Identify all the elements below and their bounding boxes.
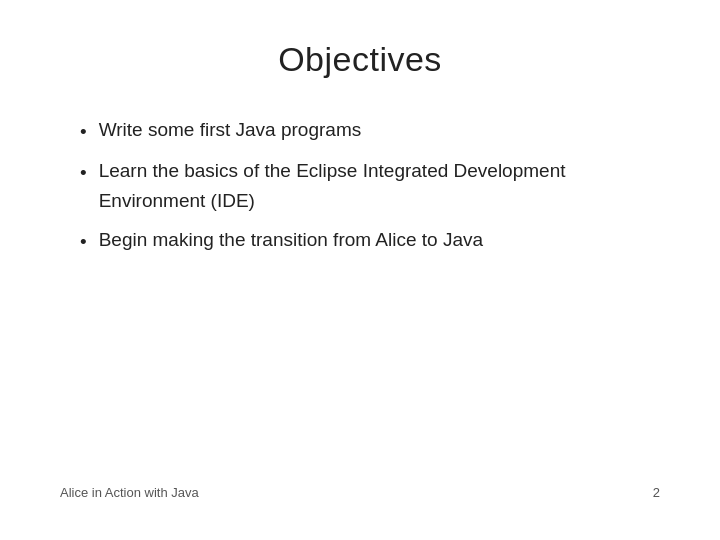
bullet-dot-1: • <box>80 117 87 146</box>
slide: Objectives • Write some first Java progr… <box>0 0 720 540</box>
bullet-dot-3: • <box>80 227 87 256</box>
bullet-dot-2: • <box>80 158 87 187</box>
bullet-item-1: • Write some first Java programs <box>80 115 660 146</box>
slide-footer: Alice in Action with Java 2 <box>60 475 660 500</box>
bullet-item-3: • Begin making the transition from Alice… <box>80 225 660 256</box>
bullet-text-2: Learn the basics of the Eclipse Integrat… <box>99 156 660 215</box>
bullet-item-2: • Learn the basics of the Eclipse Integr… <box>80 156 660 215</box>
footer-page-number: 2 <box>653 485 660 500</box>
bullet-text-1: Write some first Java programs <box>99 115 660 144</box>
footer-left-text: Alice in Action with Java <box>60 485 199 500</box>
slide-content: • Write some first Java programs • Learn… <box>60 115 660 475</box>
bullet-text-3: Begin making the transition from Alice t… <box>99 225 660 254</box>
bullet-list: • Write some first Java programs • Learn… <box>80 115 660 267</box>
slide-title: Objectives <box>60 40 660 79</box>
